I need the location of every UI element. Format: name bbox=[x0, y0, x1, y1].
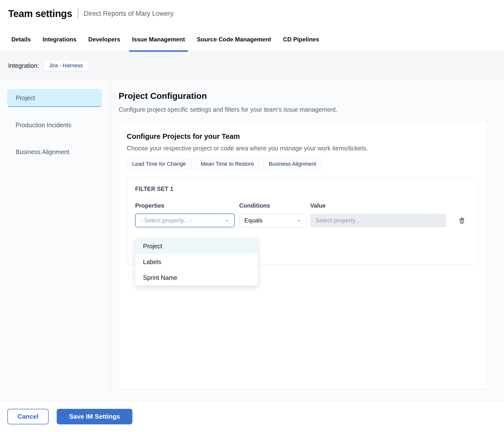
trash-icon bbox=[458, 216, 466, 225]
chevron-down-icon bbox=[224, 217, 230, 223]
tab-integrations[interactable]: Integrations bbox=[40, 27, 79, 52]
tab-issue-management[interactable]: Issue Management bbox=[129, 27, 188, 52]
tab-details[interactable]: Details bbox=[8, 27, 34, 52]
card-subtitle: Choose your respective project or code a… bbox=[127, 145, 479, 152]
section-description: Configure project-specific settings and … bbox=[119, 106, 504, 113]
configure-projects-card: Configure Projects for your Team Choose … bbox=[119, 122, 487, 389]
page-subtitle: Direct Reports of Mary Lowery bbox=[84, 10, 174, 18]
property-select-placeholder: - Select property... - bbox=[141, 217, 192, 224]
sidebar-item-production-incidents[interactable]: Production Incidents bbox=[7, 116, 102, 134]
footer-action-bar: Cancel Save IM Settings bbox=[0, 401, 504, 432]
column-header-conditions: Conditions bbox=[239, 202, 306, 209]
tab-details-label: Details bbox=[11, 36, 31, 43]
filter-column-headers: Properties Conditions Value bbox=[135, 202, 470, 209]
integration-label: Integration: bbox=[8, 62, 39, 69]
tab-developers-label: Developers bbox=[88, 36, 120, 43]
section-title: Project Configuration bbox=[119, 91, 504, 101]
dropdown-option-project-label: Project bbox=[143, 243, 162, 250]
content-area: Project Production Incidents Business Al… bbox=[0, 80, 504, 392]
condition-select-value: Equals bbox=[244, 217, 262, 224]
tab-issue-management-label: Issue Management bbox=[132, 36, 185, 43]
property-dropdown: Project Labels Sprint Name bbox=[135, 238, 258, 286]
dropdown-option-labels[interactable]: Labels bbox=[135, 254, 258, 270]
sidebar-item-production-incidents-label: Production Incidents bbox=[16, 122, 72, 129]
column-header-properties: Properties bbox=[135, 202, 235, 209]
condition-select[interactable]: Equals bbox=[239, 214, 306, 227]
sidebar-item-project[interactable]: Project bbox=[7, 89, 102, 107]
tab-cd-pipelines[interactable]: CD Pipelines bbox=[280, 27, 322, 52]
integration-chip[interactable]: Jira - Harness bbox=[44, 60, 88, 71]
chip-lead-time-for-change[interactable]: Lead Time for Change bbox=[127, 158, 191, 170]
value-input[interactable] bbox=[310, 214, 446, 227]
footer-spacer bbox=[0, 392, 504, 401]
tab-integrations-label: Integrations bbox=[43, 36, 76, 43]
integration-band: Integration: Jira - Harness bbox=[0, 52, 504, 80]
property-select[interactable]: - Select property... - bbox=[135, 214, 235, 227]
title-separator bbox=[78, 9, 78, 18]
chevron-down-icon bbox=[296, 217, 302, 223]
dropdown-option-sprint-name[interactable]: Sprint Name bbox=[135, 270, 258, 286]
tab-cd-pipelines-label: CD Pipelines bbox=[283, 36, 319, 43]
dropdown-option-labels-label: Labels bbox=[143, 258, 161, 266]
chip-business-alignment[interactable]: Business Alignment bbox=[263, 158, 322, 170]
tab-source-code-management[interactable]: Source Code Management bbox=[194, 27, 274, 52]
tab-source-code-management-label: Source Code Management bbox=[197, 36, 271, 43]
filter-set-card: FILTER SET 1 Properties Conditions Value… bbox=[127, 178, 479, 265]
tab-developers[interactable]: Developers bbox=[85, 27, 123, 52]
filter-controls-row: - Select property... - Equals bbox=[135, 214, 470, 227]
dropdown-option-sprint-name-label: Sprint Name bbox=[143, 274, 177, 281]
metric-chip-row: Lead Time for Change Mean Time to Restor… bbox=[127, 158, 479, 170]
tab-bar: Details Integrations Developers Issue Ma… bbox=[0, 27, 504, 52]
settings-sidebar: Project Production Incidents Business Al… bbox=[0, 80, 110, 392]
page-header: Team settings Direct Reports of Mary Low… bbox=[0, 0, 504, 27]
main-panel: Project Configuration Configure project-… bbox=[110, 80, 504, 392]
chip-mean-time-to-restore[interactable]: Mean Time to Restore bbox=[195, 158, 259, 170]
page-title: Team settings bbox=[8, 8, 72, 19]
sidebar-item-business-alignment[interactable]: Business Alignment bbox=[7, 143, 102, 161]
save-im-settings-button[interactable]: Save IM Settings bbox=[57, 409, 132, 424]
delete-filter-button[interactable] bbox=[458, 216, 466, 225]
sidebar-item-business-alignment-label: Business Alignment bbox=[16, 148, 69, 156]
tab-active-underline bbox=[129, 50, 188, 52]
column-header-value: Value bbox=[310, 202, 446, 209]
dropdown-option-project[interactable]: Project bbox=[135, 238, 258, 254]
cancel-button[interactable]: Cancel bbox=[7, 409, 49, 424]
sidebar-item-project-label: Project bbox=[16, 94, 35, 102]
team-settings-page: Team settings Direct Reports of Mary Low… bbox=[0, 0, 504, 432]
card-title: Configure Projects for your Team bbox=[127, 132, 479, 141]
filter-set-title: FILTER SET 1 bbox=[135, 186, 470, 192]
